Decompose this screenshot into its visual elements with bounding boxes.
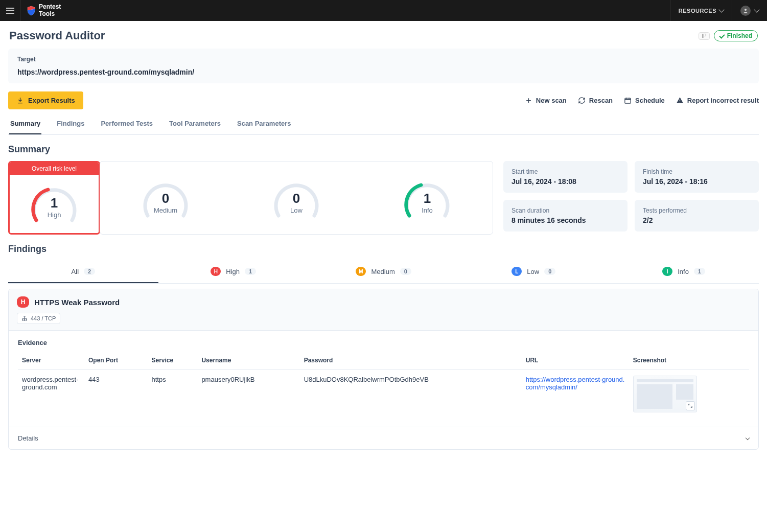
risk-card-title: Overall risk level [10,163,99,175]
filter-info-count: 1 [694,268,705,275]
resources-label: RESOURCES [679,8,716,14]
page-title: Password Auditor [9,29,105,42]
main-tabs: Summary Findings Performed Tests Tool Pa… [8,113,759,135]
col-open-port: Open Port [84,352,147,369]
new-scan-label: New scan [536,97,567,104]
tab-scan-parameters[interactable]: Scan Parameters [236,113,292,134]
svg-rect-2 [680,100,680,101]
filter-info[interactable]: I Info 1 [609,261,759,283]
export-results-button[interactable]: Export Results [8,91,83,109]
col-screenshot: Screenshot [629,352,749,369]
expand-icon [686,401,695,410]
filter-medium-label: Medium [371,268,394,275]
col-service: Service [147,352,197,369]
export-label: Export Results [28,97,75,104]
finish-time-label: Finish time [643,168,751,175]
start-time-value: Jul 16, 2024 - 18:08 [512,177,619,186]
svg-rect-1 [625,98,631,103]
gauge-info: 1Info [402,177,453,218]
finding-title: HTTPS Weak Password [34,298,120,307]
tab-findings[interactable]: Findings [56,113,85,134]
svg-rect-3 [680,102,680,102]
schedule-button[interactable]: Schedule [624,97,665,104]
refresh-icon [578,97,586,104]
gauge-medium-label: Medium [140,206,191,214]
report-incorrect-button[interactable]: Report incorrect result [676,97,759,104]
logo[interactable]: Pentest Tools [20,4,67,17]
gauge-medium-value: 0 [140,191,191,206]
start-time-card: Start time Jul 16, 2024 - 18:08 [503,161,627,193]
cell-service: https [147,369,197,419]
details-label: Details [18,434,38,442]
duration-card: Scan duration 8 minutes 16 seconds [503,200,627,232]
rescan-button[interactable]: Rescan [578,97,613,104]
cell-open-port: 443 [84,369,147,419]
finding-severity-badge: H [17,296,29,308]
filter-info-label: Info [678,268,689,275]
resources-menu[interactable]: RESOURCES [670,0,732,21]
filter-low-count: 0 [544,268,555,275]
tests-label: Tests performed [643,207,751,214]
evidence-table: Server Open Port Service Username Passwo… [18,352,749,419]
rescan-label: Rescan [589,97,613,104]
table-row: wordpress.pentest-ground.com 443 https p… [18,369,749,419]
findings-heading: Findings [8,244,759,255]
evidence-label: Evidence [18,339,749,346]
target-panel: Target https://wordpress.pentest-ground.… [8,49,759,83]
svg-point-4 [24,316,25,317]
check-icon [719,33,725,38]
menu-toggle[interactable] [0,0,20,21]
col-password: Password [300,352,522,369]
cell-username: pmausery0RUjikB [197,369,299,419]
port-pill: 443 / TCP [17,313,60,324]
hamburger-icon [6,8,14,14]
svg-point-0 [745,9,747,11]
target-url: https://wordpress.pentest-ground.com/mys… [17,68,750,76]
summary-heading: Summary [8,144,759,155]
screenshot-thumbnail[interactable] [633,376,697,412]
calendar-icon [624,97,632,104]
gauge-high-value: 1 [29,195,80,211]
start-time-label: Start time [512,168,619,175]
tab-performed-tests[interactable]: Performed Tests [100,113,154,134]
filter-all[interactable]: All 2 [8,261,158,283]
tab-tool-parameters[interactable]: Tool Parameters [168,113,222,134]
filter-low[interactable]: L Low 0 [458,261,609,283]
severity-info-badge: I [662,267,672,276]
svg-point-5 [22,320,24,321]
report-label: Report incorrect result [687,97,759,104]
new-scan-button[interactable]: New scan [525,97,567,104]
gauge-high: 1High [29,182,80,223]
overall-risk-card: Overall risk level 1High [8,161,100,235]
svg-point-7 [26,320,27,321]
warning-icon [676,97,684,104]
filter-medium-count: 0 [400,268,411,275]
svg-point-6 [24,320,25,321]
gauge-low: 0Low [271,177,322,218]
target-label: Target [17,56,750,63]
shield-icon [27,6,36,16]
filter-high-count: 1 [245,268,256,275]
finish-time-value: Jul 16, 2024 - 18:16 [643,177,751,186]
details-toggle[interactable]: Details [9,427,758,449]
plus-icon [525,97,532,104]
tab-summary[interactable]: Summary [9,113,41,134]
gauge-info-value: 1 [402,191,453,206]
filter-high[interactable]: H High 1 [158,261,309,283]
chevron-down-icon [746,435,750,440]
cell-url-link[interactable]: https://wordpress.pentest-ground.com/mys… [526,376,625,391]
filter-low-label: Low [527,268,539,275]
duration-label: Scan duration [512,207,619,214]
cell-server: wordpress.pentest-ground.com [18,369,84,419]
ip-badge: IP [699,32,709,40]
user-menu[interactable] [732,6,767,16]
duration-value: 8 minutes 16 seconds [512,216,619,224]
col-url: URL [522,352,629,369]
gauge-low-label: Low [271,206,322,214]
severity-low-badge: L [512,267,522,276]
chevron-down-icon [754,7,759,12]
filter-all-count: 2 [84,268,95,275]
network-icon [21,315,28,321]
filter-medium[interactable]: M Medium 0 [309,261,459,283]
finish-time-card: Finish time Jul 16, 2024 - 18:16 [635,161,759,193]
